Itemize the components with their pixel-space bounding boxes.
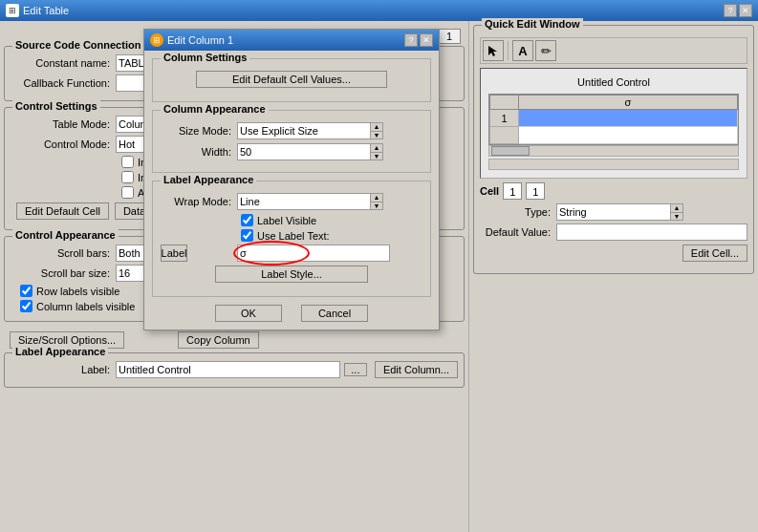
edit-column-dialog: ⊞ Edit Column 1 ? ✕ Column Settings Edit… (143, 29, 440, 330)
row-labels-checkbox[interactable] (20, 285, 32, 297)
callback-label: Callback Function: (11, 77, 116, 89)
label-text-input[interactable] (237, 245, 390, 262)
preview-data-cell (519, 110, 738, 127)
hidden-checkbox[interactable] (121, 171, 134, 183)
column-appearance-group: Column Appearance Size Mode: ▲ ▼ Width: … (152, 110, 431, 173)
type-input[interactable] (556, 203, 671, 221)
label-visible-checkbox[interactable] (241, 214, 253, 226)
width-up[interactable]: ▲ (371, 144, 382, 153)
pencil-tool-button[interactable]: ✏ (535, 40, 556, 61)
preview-empty-cell (519, 127, 738, 144)
toolbar-separator-1 (508, 41, 509, 60)
preview-table: σ 1 (489, 95, 738, 144)
source-code-title: Source Code Connection (12, 39, 143, 51)
use-label-text-label: Use Label Text: (257, 230, 330, 242)
main-title: Edit Table (23, 5, 69, 16)
default-value-input[interactable] (556, 223, 747, 241)
row-labels-label: Row labels visible (36, 286, 119, 297)
preview-title: Untitled Control (488, 76, 739, 88)
label-appearance-label: Label: (11, 364, 116, 375)
cancel-button[interactable]: Cancel (301, 305, 368, 322)
help-button[interactable]: ? (724, 4, 737, 17)
dialog-close-button[interactable]: ✕ (420, 33, 433, 47)
text-tool-button[interactable]: A (512, 40, 533, 61)
vertical-scroll-area[interactable] (488, 159, 739, 170)
copy-column-button[interactable]: Copy Column (178, 331, 259, 349)
col-labels-checkbox[interactable] (20, 300, 32, 312)
label-box: Label (161, 245, 187, 262)
edit-default-cell-button[interactable]: Edit Default Cell (16, 202, 109, 220)
label-appearance-title: Label Appearance (12, 346, 108, 357)
label-visible-label: Label Visible (257, 215, 316, 226)
constant-label: Constant name: (11, 57, 116, 69)
dialog-help-button[interactable]: ? (404, 33, 418, 47)
label-appearance-input[interactable] (116, 361, 340, 378)
type-up[interactable]: ▲ (671, 204, 682, 213)
main-window-icon: ⊞ (6, 4, 19, 17)
right-panel: Quick Edit Window A ✏ Untitled Control (468, 21, 758, 532)
quick-edit-title: Quick Edit Window (482, 18, 583, 30)
dialog-icon: ⊞ (150, 33, 163, 47)
width-label: Width: (161, 146, 237, 158)
size-mode-down[interactable]: ▼ (371, 132, 382, 139)
dialog-title-bar: ⊞ Edit Column 1 ? ✕ (144, 30, 439, 51)
label-appearance-group: Label Appearance Label: ... Edit Column.… (4, 352, 465, 388)
dialog-button-row: OK Cancel (152, 305, 431, 322)
cell-col-num: 1 (526, 182, 545, 200)
width-down[interactable]: ▼ (371, 153, 382, 160)
col-labels-label: Column labels visible (36, 301, 135, 312)
control-appearance-title: Control Appearance (12, 229, 119, 241)
width-input[interactable] (237, 143, 371, 160)
close-button[interactable]: ✕ (739, 4, 752, 17)
edit-cell-button[interactable]: Edit Cell... (682, 245, 747, 262)
wrap-mode-down[interactable]: ▼ (371, 202, 382, 210)
cell-info: Cell 1 1 Type: ▲ ▼ Default Value: (480, 182, 747, 262)
table-mode-label: Table Mode: (11, 118, 116, 130)
control-mode-label: Control Mode: (11, 138, 116, 150)
label-style-button[interactable]: Label Style... (215, 266, 368, 283)
wrap-mode-label: Wrap Mode: (161, 196, 237, 207)
edit-default-cell-values-button[interactable]: Edit Default Cell Values... (196, 71, 387, 88)
dimmed-checkbox[interactable] (121, 156, 134, 168)
wrap-mode-input[interactable] (237, 193, 371, 210)
horizontal-scrollbar[interactable] (488, 145, 739, 157)
preview-row-num: 1 (490, 110, 519, 127)
cursor-tool-button[interactable] (483, 40, 504, 61)
auto-edit-checkbox[interactable] (121, 186, 134, 199)
dialog-label-appearance-group: Label Appearance Wrap Mode: ▲ ▼ Label Vi… (152, 181, 431, 297)
default-value-label: Default Value: (480, 226, 556, 238)
edit-column-button[interactable]: Edit Column... (375, 361, 458, 378)
quick-edit-toolbar: A ✏ (480, 37, 747, 64)
scroll-bar-size-label: Scroll bar size: (11, 267, 116, 279)
type-down[interactable]: ▼ (671, 213, 682, 221)
cell-row-num: 1 (503, 182, 522, 200)
main-title-bar: ⊞ Edit Table ? ✕ (0, 0, 758, 21)
ok-button[interactable]: OK (215, 305, 282, 322)
size-mode-up[interactable]: ▲ (371, 123, 382, 132)
row-value: 1 (438, 29, 461, 44)
wrap-mode-up[interactable]: ▲ (371, 194, 382, 202)
size-mode-label: Size Mode: (161, 125, 237, 137)
cell-label: Cell (480, 185, 499, 197)
scroll-bars-label: Scroll bars: (11, 247, 116, 259)
dialog-label-appearance-title: Label Appearance (161, 174, 256, 185)
label-dots-button[interactable]: ... (344, 363, 367, 376)
preview-empty-row (490, 127, 519, 144)
column-settings-group: Column Settings Edit Default Cell Values… (152, 58, 431, 102)
dialog-title: Edit Column 1 (167, 34, 233, 46)
preview-col-header: σ (519, 96, 738, 110)
column-appearance-title: Column Appearance (161, 103, 269, 115)
use-label-text-checkbox[interactable] (241, 229, 253, 242)
column-settings-title: Column Settings (161, 52, 249, 63)
control-settings-title: Control Settings (12, 100, 100, 112)
type-label: Type: (480, 206, 556, 218)
size-mode-input[interactable] (237, 122, 371, 139)
